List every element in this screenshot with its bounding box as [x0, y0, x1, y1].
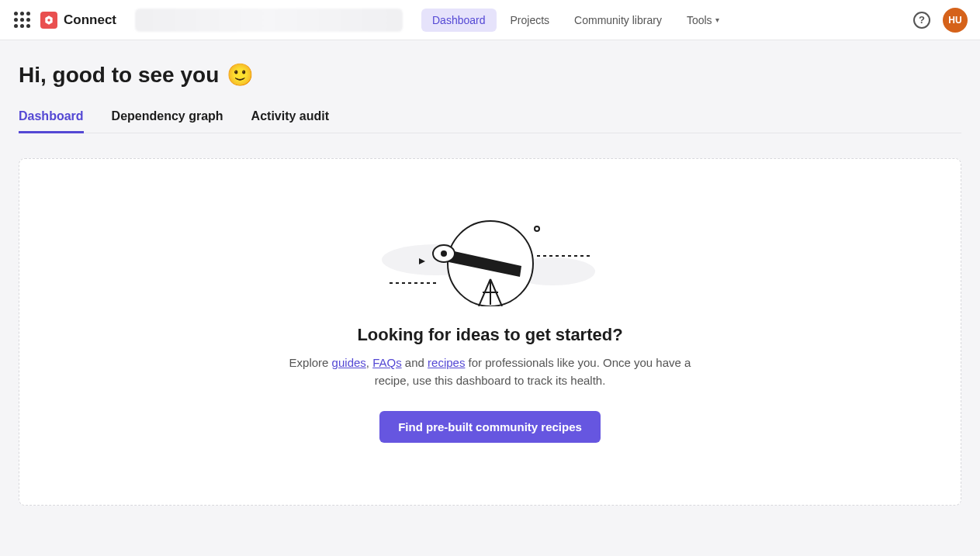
main-content: Hi, good to see you 🙂 Dashboard Dependen…: [0, 40, 980, 527]
apps-grid-icon[interactable]: [12, 11, 31, 29]
link-recipes[interactable]: recipes: [428, 356, 465, 369]
sub-tabs: Dashboard Dependency graph Activity audi…: [19, 109, 961, 133]
svg-point-5: [535, 226, 539, 231]
help-icon[interactable]: ?: [913, 12, 930, 29]
find-recipes-button[interactable]: Find pre-built community recipes: [379, 411, 601, 443]
text-and: and: [402, 356, 428, 369]
nav-projects[interactable]: Projects: [500, 9, 561, 32]
tab-dependency-graph[interactable]: Dependency graph: [112, 109, 223, 133]
greeting-text: Hi, good to see you: [19, 63, 219, 88]
greeting-heading: Hi, good to see you 🙂: [19, 62, 961, 88]
empty-state-card: Looking for ideas to get started? Explor…: [19, 158, 961, 506]
empty-state-title: Looking for ideas to get started?: [357, 325, 622, 345]
user-avatar[interactable]: HU: [943, 8, 968, 33]
nav-tools[interactable]: Tools ▾: [676, 9, 730, 32]
tab-activity-audit[interactable]: Activity audit: [251, 109, 329, 133]
text-comma: ,: [366, 356, 372, 369]
svg-point-8: [441, 250, 447, 257]
brand-name: Connect: [64, 12, 116, 28]
text-prefix: Explore: [289, 356, 332, 369]
empty-state-text: Explore guides, FAQs and recipes for pro…: [289, 354, 692, 389]
telescope-illustration-icon: [374, 205, 607, 306]
nav-tools-label: Tools: [687, 14, 712, 26]
nav-dashboard[interactable]: Dashboard: [421, 9, 497, 32]
header-right: ? HU: [913, 8, 968, 33]
top-nav: Dashboard Projects Community library Too…: [421, 9, 730, 32]
link-guides[interactable]: guides: [332, 356, 366, 369]
blurred-context-area: [135, 9, 403, 32]
tab-dashboard[interactable]: Dashboard: [19, 109, 84, 133]
greeting-emoji-icon: 🙂: [227, 62, 254, 88]
svg-point-0: [47, 19, 50, 22]
link-faqs[interactable]: FAQs: [372, 356, 402, 369]
brand-logo-icon: [40, 12, 57, 29]
nav-community-library[interactable]: Community library: [563, 9, 673, 32]
top-header: Connect Dashboard Projects Community lib…: [0, 0, 980, 40]
chevron-down-icon: ▾: [715, 16, 719, 24]
brand-link[interactable]: Connect: [40, 12, 116, 29]
